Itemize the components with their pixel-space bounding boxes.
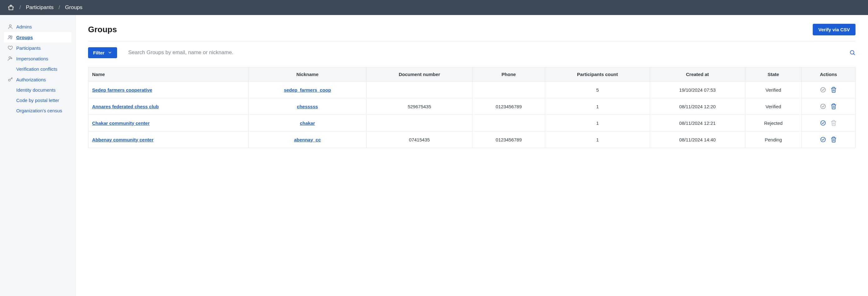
group-nickname-link[interactable]: sedep_farmers_coop (284, 87, 331, 92)
sidebar-item-org-census[interactable]: Organization's census (4, 105, 71, 116)
search-icon[interactable] (849, 49, 856, 56)
filter-button-label: Filter (93, 50, 104, 55)
topbar: / Participants / Groups (0, 0, 868, 15)
group-name-link[interactable]: Sedep farmers cooperative (92, 87, 152, 92)
cell-state: Verified (745, 98, 802, 115)
delete-icon[interactable] (831, 136, 837, 143)
user-plus-icon (7, 56, 13, 61)
actions-cell (806, 103, 851, 109)
sidebar-item-label: Authorizations (16, 77, 46, 82)
group-name-link[interactable]: Abbenay community center (92, 137, 154, 142)
group-nickname-link[interactable]: chakar (300, 120, 315, 126)
cell-state: Rejected (745, 115, 802, 131)
verify-icon (820, 103, 826, 109)
sidebar-item-label: Impersonations (16, 56, 49, 61)
col-phone: Phone (472, 67, 545, 82)
cell-document: 529675435 (367, 98, 472, 115)
cell-participants: 5 (545, 82, 650, 98)
col-name: Name (88, 67, 249, 82)
group-name-link[interactable]: Chakar community center (92, 120, 150, 126)
col-document: Document number (367, 67, 472, 82)
delete-icon[interactable] (831, 103, 837, 109)
verify-icon[interactable] (820, 120, 826, 126)
main-content: Groups Verify via CSV Filter Name (75, 15, 868, 296)
table-row: Abbenay community center abennay_cc 0741… (88, 131, 856, 148)
cell-phone (472, 82, 545, 98)
search-input[interactable] (128, 47, 849, 58)
cell-participants: 1 (545, 131, 650, 148)
users-icon (7, 34, 13, 40)
sidebar-item-participants[interactable]: Participants (4, 43, 71, 53)
svg-point-10 (821, 121, 826, 126)
cell-created: 08/11/2024 12:20 (650, 98, 745, 115)
col-participants: Participants count (545, 67, 650, 82)
col-nickname: Nickname (248, 67, 366, 82)
key-icon (7, 77, 13, 82)
svg-point-9 (821, 104, 826, 109)
cell-created: 08/11/2024 12:21 (650, 115, 745, 131)
filter-row: Filter (88, 47, 856, 58)
sidebar-item-code-postal[interactable]: Code by postal letter (4, 95, 71, 105)
cell-document: 07415435 (367, 131, 472, 148)
user-icon (7, 24, 13, 29)
delete-icon (831, 120, 837, 126)
svg-line-7 (853, 54, 855, 55)
sidebar-item-label: Groups (16, 35, 33, 40)
sidebar-item-groups[interactable]: Groups (4, 32, 71, 43)
verify-icon[interactable] (820, 136, 826, 143)
cell-state: Verified (745, 82, 802, 98)
breadcrumb-groups[interactable]: Groups (65, 4, 83, 11)
group-name-link[interactable]: Annares federated chess club (92, 104, 159, 109)
table-row: Annares federated chess club chesssss 52… (88, 98, 856, 115)
group-nickname-link[interactable]: abennay_cc (294, 137, 321, 142)
delete-icon[interactable] (831, 87, 837, 93)
svg-point-0 (11, 6, 11, 6)
page-header: Groups Verify via CSV (88, 24, 856, 41)
cell-phone: 0123456789 (472, 131, 545, 148)
sidebar-item-label: Participants (16, 45, 40, 51)
svg-point-8 (821, 88, 826, 92)
col-state: State (745, 67, 802, 82)
actions-cell (806, 136, 851, 143)
actions-cell (806, 87, 851, 93)
breadcrumb-participants[interactable]: Participants (26, 4, 54, 11)
svg-point-4 (9, 57, 11, 58)
cell-state: Pending (745, 131, 802, 148)
cell-phone: 0123456789 (472, 98, 545, 115)
cell-participants: 1 (545, 115, 650, 131)
groups-table: Name Nickname Document number Phone Part… (88, 67, 856, 148)
sidebar-item-identity-documents[interactable]: Identity documents (4, 85, 71, 95)
sidebar-item-impersonations[interactable]: Impersonations (4, 53, 71, 64)
sidebar-item-label: Admins (16, 24, 32, 29)
cell-document (367, 82, 472, 98)
cell-phone (472, 115, 545, 131)
heart-icon (7, 45, 13, 51)
actions-cell (806, 120, 851, 126)
svg-point-2 (9, 35, 10, 37)
table-row: Sedep farmers cooperative sedep_farmers_… (88, 82, 856, 98)
col-created: Created at (650, 67, 745, 82)
breadcrumb: / Participants / Groups (7, 4, 83, 11)
col-actions: Actions (802, 67, 855, 82)
sidebar-item-admins[interactable]: Admins (4, 21, 71, 32)
svg-point-11 (821, 137, 826, 142)
cell-document (367, 115, 472, 131)
svg-point-1 (9, 25, 11, 27)
cell-participants: 1 (545, 98, 650, 115)
breadcrumb-separator: / (59, 4, 60, 11)
page-title: Groups (88, 25, 117, 34)
verify-icon (820, 87, 826, 93)
table-row: Chakar community center chakar 1 08/11/2… (88, 115, 856, 131)
cell-created: 08/11/2024 14:40 (650, 131, 745, 148)
filter-button[interactable]: Filter (88, 47, 117, 58)
sidebar-item-authorizations[interactable]: Authorizations (4, 74, 71, 85)
chevron-down-icon (108, 50, 112, 55)
sidebar: Admins Groups Participants Impersonation… (0, 15, 75, 296)
cell-created: 19/10/2024 07:53 (650, 82, 745, 98)
search-wrap (128, 47, 856, 58)
breadcrumb-separator: / (19, 4, 21, 11)
sidebar-item-verification-conflicts[interactable]: Verification conflicts (4, 64, 71, 74)
group-nickname-link[interactable]: chesssss (297, 104, 318, 109)
home-icon[interactable] (7, 4, 14, 11)
verify-csv-button[interactable]: Verify via CSV (813, 24, 856, 35)
